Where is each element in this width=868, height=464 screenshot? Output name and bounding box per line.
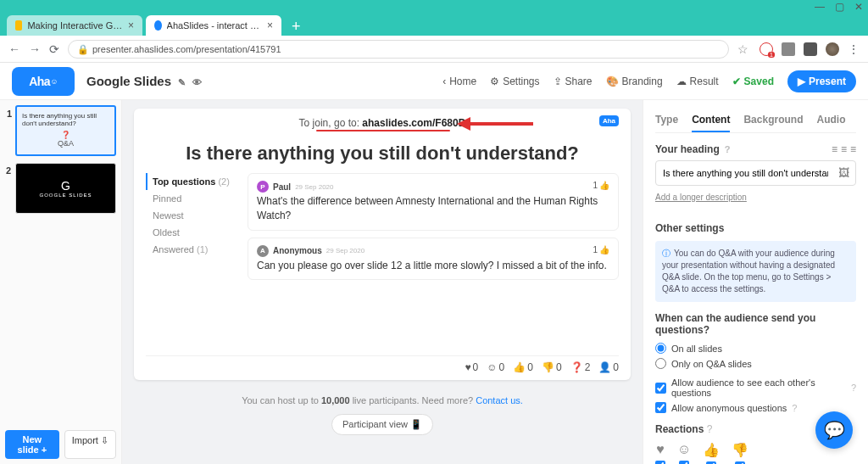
like-count[interactable]: 1👍 bbox=[593, 245, 609, 254]
join-link: ahaslides.com/F680D bbox=[362, 117, 465, 129]
close-icon[interactable]: × bbox=[267, 20, 273, 31]
qa-icon: ❓Q&A bbox=[22, 131, 109, 148]
reaction-thumbup[interactable]: 👍 bbox=[703, 442, 720, 464]
tab-type[interactable]: Type bbox=[655, 109, 678, 132]
extensions-menu-icon[interactable] bbox=[804, 42, 817, 56]
post-date: 29 Sep 2020 bbox=[295, 183, 333, 191]
join-instruction: To join, go to: ahaslides.com/F680D Aha bbox=[146, 117, 619, 129]
align-center-icon[interactable]: ≡ bbox=[841, 143, 847, 155]
browser-tab[interactable]: Making Interactive Google Slides × bbox=[7, 15, 142, 36]
import-button[interactable]: Import ⇩ bbox=[64, 430, 116, 459]
visibility-icon[interactable]: 👁 bbox=[192, 77, 202, 87]
radio-qa-slides[interactable]: Only on Q&A slides bbox=[655, 358, 856, 369]
tab-content[interactable]: Content bbox=[692, 109, 730, 132]
smile-icon: ☺ bbox=[487, 361, 497, 373]
present-button[interactable]: ▶Present bbox=[787, 70, 856, 92]
help-icon[interactable]: ? bbox=[725, 144, 731, 154]
properties-sidebar: Type Content Background Audio Your headi… bbox=[643, 100, 868, 464]
checkbox-anonymous[interactable]: Allow anonymous questions? bbox=[655, 402, 856, 413]
thumb-up-icon: 👍 bbox=[513, 361, 526, 373]
host-note: You can host up to 10,000 live participa… bbox=[134, 395, 631, 405]
new-slide-button[interactable]: New slide + bbox=[5, 430, 59, 459]
user-avatar-icon: P bbox=[257, 181, 269, 193]
reaction-heart[interactable]: ♥ bbox=[655, 442, 665, 464]
help-icon[interactable]: ? bbox=[851, 383, 856, 393]
adblock-icon[interactable] bbox=[760, 42, 773, 56]
heading-label: Your heading? ≡ ≡ ≡ bbox=[655, 143, 856, 155]
filter-oldest[interactable]: Oldest bbox=[146, 224, 239, 241]
nav-branding[interactable]: 🎨Branding bbox=[606, 75, 663, 87]
extension-icon[interactable] bbox=[782, 42, 795, 56]
filter-pinned[interactable]: Pinned bbox=[146, 190, 239, 207]
thumb-down-icon: 👎 bbox=[542, 361, 554, 373]
reload-button[interactable]: ⟳ bbox=[49, 42, 59, 56]
nav-result[interactable]: ☁Result bbox=[676, 75, 719, 87]
reaction-thumbdown[interactable]: 👎 bbox=[732, 442, 748, 464]
smile-icon: ☺ bbox=[677, 442, 691, 457]
close-icon[interactable]: × bbox=[128, 20, 134, 31]
slide-thumbnail-2[interactable]: 2 G GOOGLE SLIDES bbox=[15, 163, 116, 214]
thumb-down-icon: 👎 bbox=[732, 442, 748, 458]
contact-link[interactable]: Contact us. bbox=[476, 395, 523, 405]
bookmark-icon[interactable]: ☆ bbox=[737, 42, 751, 56]
stat-smile: ☺0 bbox=[487, 361, 504, 373]
slide-heading: Is there anything you still don't unders… bbox=[146, 143, 619, 165]
align-right-icon[interactable]: ≡ bbox=[850, 143, 856, 155]
ahaslides-logo[interactable]: Aha☺ bbox=[12, 67, 75, 96]
like-count[interactable]: 1👍 bbox=[593, 181, 609, 190]
qa-question-list: P Paul 29 Sep 2020 What's the difference… bbox=[248, 173, 619, 355]
add-description-link[interactable]: Add a longer description bbox=[655, 193, 747, 202]
tab-audio[interactable]: Audio bbox=[816, 109, 845, 132]
window-maximize[interactable]: ▢ bbox=[835, 1, 844, 13]
profile-avatar-icon[interactable] bbox=[826, 42, 839, 56]
qa-question-item[interactable]: A Anonymous 29 Sep 2020 Can you please g… bbox=[248, 238, 619, 281]
stat-thumbdown: 👎0 bbox=[542, 361, 562, 373]
info-box: ⓘYou can do Q&A with your audience durin… bbox=[655, 241, 856, 302]
new-tab-button[interactable]: + bbox=[285, 18, 308, 36]
browser-menu-icon[interactable]: ⋮ bbox=[848, 42, 860, 56]
slide-thumbnail-1[interactable]: 1 Is there anything you still don't unde… bbox=[15, 105, 116, 156]
url-text: presenter.ahaslides.com/presentation/415… bbox=[92, 44, 281, 54]
filter-newest[interactable]: Newest bbox=[146, 207, 239, 224]
window-minimize[interactable]: — bbox=[815, 1, 825, 13]
reaction-smile[interactable]: ☺ bbox=[677, 442, 691, 464]
saved-status: ✔Saved bbox=[732, 75, 774, 87]
help-icon[interactable]: ? bbox=[707, 423, 713, 435]
forward-button[interactable]: → bbox=[29, 42, 41, 56]
radio-all-slides[interactable]: On all slides bbox=[655, 343, 856, 354]
slide-stats-footer: ♥0 ☺0 👍0 👎0 ❓2 👤0 bbox=[146, 355, 619, 373]
annotation-arrow bbox=[457, 118, 533, 128]
tab-background[interactable]: Background bbox=[743, 109, 803, 132]
nav-home[interactable]: ‹Home bbox=[442, 75, 476, 87]
url-field[interactable]: 🔒 presenter.ahaslides.com/presentation/4… bbox=[68, 40, 729, 59]
page-title: Google Slides ✎ 👁 bbox=[86, 74, 202, 88]
nav-settings[interactable]: ⚙Settings bbox=[490, 75, 539, 87]
heading-input[interactable] bbox=[655, 160, 856, 186]
thumb-up-icon: 👍 bbox=[599, 245, 609, 254]
tab-title: Making Interactive Google Slides bbox=[27, 20, 123, 31]
favicon-icon bbox=[154, 20, 162, 31]
image-icon[interactable]: 🖼 bbox=[838, 166, 849, 179]
nav-share[interactable]: ⇪Share bbox=[554, 75, 593, 87]
play-icon: ▶ bbox=[798, 75, 805, 87]
filter-top-questions[interactable]: Top questions (2) bbox=[146, 173, 239, 190]
browser-tab-active[interactable]: AhaSlides - interact with your au × bbox=[146, 15, 281, 36]
help-icon[interactable]: ? bbox=[792, 403, 797, 413]
check-icon: ✔ bbox=[732, 75, 741, 87]
slide-thumbnail-panel: 1 Is there anything you still don't unde… bbox=[0, 100, 122, 464]
post-date: 29 Sep 2020 bbox=[326, 247, 364, 254]
os-titlebar: — ▢ ✕ bbox=[0, 0, 868, 14]
back-button[interactable]: ← bbox=[8, 42, 20, 56]
filter-answered[interactable]: Answered (1) bbox=[146, 241, 239, 258]
align-left-icon[interactable]: ≡ bbox=[832, 143, 837, 155]
checkbox-see-others[interactable]: Allow audience to see each other's quest… bbox=[655, 377, 856, 398]
chevron-left-icon: ‹ bbox=[442, 75, 446, 87]
participant-view-button[interactable]: Participant view 📱 bbox=[331, 414, 433, 435]
qa-question-item[interactable]: P Paul 29 Sep 2020 What's the difference… bbox=[248, 173, 619, 231]
lock-icon: 🔒 bbox=[77, 44, 89, 55]
window-close[interactable]: ✕ bbox=[854, 1, 863, 13]
edit-icon[interactable]: ✎ bbox=[178, 77, 186, 87]
cloud-icon: ☁ bbox=[676, 75, 687, 87]
chat-support-button[interactable]: 💬 bbox=[815, 411, 853, 449]
mini-logo: Aha bbox=[599, 115, 619, 126]
